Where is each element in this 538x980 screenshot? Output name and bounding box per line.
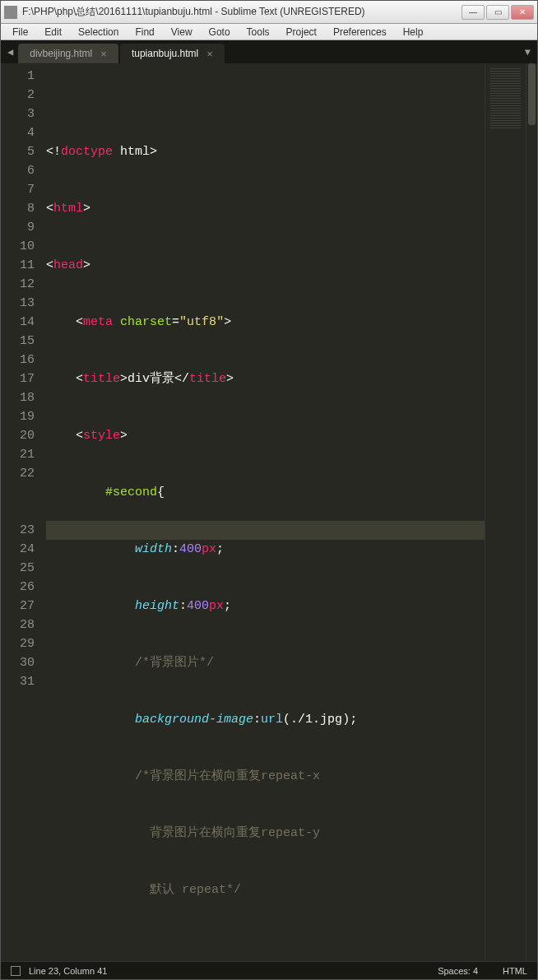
line-number: 12 (1, 275, 35, 294)
code-editor[interactable]: <!doctype html> <html> <head> <meta char… (46, 63, 485, 961)
line-number: 29 (1, 634, 35, 653)
indentation-status[interactable]: Spaces: 4 (438, 966, 478, 976)
tabbar: ◀ divbeijing.html × tupianbuju.html × ▼ (1, 40, 537, 63)
line-number: 15 (1, 332, 35, 351)
window-controls: — ▭ ✕ (461, 5, 534, 20)
line-number: 3 (1, 105, 35, 123)
line-number: 8 (1, 199, 35, 218)
line-number: 2 (1, 86, 35, 105)
menu-selection[interactable]: Selection (72, 26, 125, 38)
window-title: F:\PHP\php\总结\20161111\tupianbuju.html -… (22, 5, 461, 19)
line-number: 17 (1, 369, 35, 388)
line-number: 26 (1, 578, 35, 597)
minimize-button[interactable]: — (461, 5, 485, 20)
tab-label: divbeijing.html (30, 48, 92, 59)
menu-find[interactable]: Find (128, 26, 160, 38)
statusbar: Line 23, Column 41 Spaces: 4 HTML (1, 961, 537, 979)
app-icon (4, 6, 17, 19)
line-number: 11 (1, 256, 35, 275)
vertical-scrollbar[interactable] (526, 63, 537, 961)
line-number: 6 (1, 161, 35, 180)
line-number: 21 (1, 445, 35, 464)
menu-goto[interactable]: Goto (202, 26, 237, 38)
line-gutter[interactable]: 1 2 3 4 5 6 7 8 9 10 11 12 13 14 15 16 1… (1, 63, 46, 961)
line-number: 23 (1, 521, 35, 540)
menu-project[interactable]: Project (280, 26, 323, 38)
line-number: 18 (1, 388, 35, 407)
line-number: 14 (1, 313, 35, 332)
menu-edit[interactable]: Edit (38, 26, 68, 38)
cursor-position[interactable]: Line 23, Column 41 (29, 966, 107, 976)
line-number: 7 (1, 180, 35, 199)
tab-scroll-left-icon[interactable]: ◀ (7, 46, 18, 63)
maximize-button[interactable]: ▭ (486, 5, 509, 20)
line-number: 20 (1, 426, 35, 445)
line-number: 4 (1, 123, 35, 142)
menubar: File Edit Selection Find View Goto Tools… (1, 24, 537, 40)
tab-tupianbuju[interactable]: tupianbuju.html × (120, 44, 225, 63)
tab-dropdown-icon[interactable]: ▼ (520, 47, 531, 63)
tab-divbeijing[interactable]: divbeijing.html × (18, 44, 118, 63)
line-number: 19 (1, 407, 35, 426)
line-number: 22 (1, 464, 35, 521)
menu-view[interactable]: View (165, 26, 199, 38)
line-number: 30 (1, 653, 35, 672)
status-icon[interactable] (11, 966, 21, 976)
menu-file[interactable]: File (6, 26, 35, 38)
menu-preferences[interactable]: Preferences (327, 26, 393, 38)
line-number: 25 (1, 559, 35, 578)
editor-area: 1 2 3 4 5 6 7 8 9 10 11 12 13 14 15 16 1… (1, 63, 537, 961)
menu-help[interactable]: Help (397, 26, 430, 38)
line-number: 31 (1, 672, 35, 691)
line-number: 27 (1, 597, 35, 615)
line-number: 24 (1, 540, 35, 559)
close-icon[interactable]: × (100, 48, 107, 60)
app-window: F:\PHP\php\总结\20161111\tupianbuju.html -… (0, 0, 538, 980)
syntax-status[interactable]: HTML (503, 966, 527, 976)
line-number: 9 (1, 218, 35, 237)
minimap-content (490, 68, 521, 130)
scrollbar-thumb[interactable] (528, 63, 536, 125)
line-number: 28 (1, 615, 35, 634)
tab-label: tupianbuju.html (132, 48, 198, 59)
current-line-highlight (46, 521, 485, 540)
line-number: 13 (1, 294, 35, 313)
close-button[interactable]: ✕ (511, 5, 534, 20)
line-number: 16 (1, 351, 35, 369)
menu-tools[interactable]: Tools (240, 26, 276, 38)
minimap[interactable] (485, 63, 526, 961)
line-number: 5 (1, 142, 35, 161)
line-number: 1 (1, 67, 35, 86)
line-number: 10 (1, 237, 35, 256)
titlebar[interactable]: F:\PHP\php\总结\20161111\tupianbuju.html -… (1, 1, 537, 24)
close-icon[interactable]: × (206, 48, 213, 60)
